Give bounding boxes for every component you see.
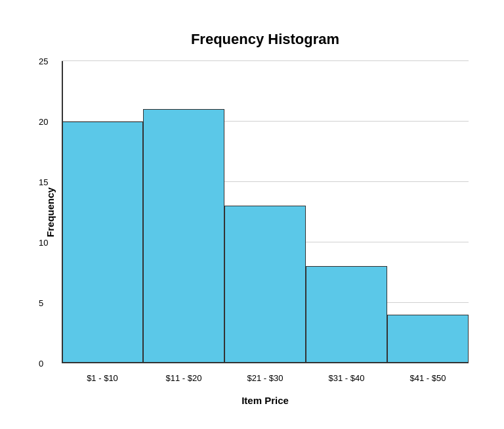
y-tick-label: 20 bbox=[39, 116, 48, 126]
chart-container: Frequency Histogram Frequency 0510152025… bbox=[16, 11, 488, 418]
bar bbox=[62, 122, 143, 363]
chart-area: Frequency 0510152025 $1 - $10$11 - $20$2… bbox=[62, 61, 469, 363]
chart-title: Frequency Histogram bbox=[62, 31, 469, 48]
y-tick-label: 0 bbox=[39, 358, 43, 368]
bar bbox=[143, 109, 224, 363]
bar-group: $31 - $40 bbox=[306, 61, 387, 363]
x-axis-label: Item Price bbox=[62, 395, 469, 406]
bar bbox=[387, 315, 469, 363]
x-tick-label: $11 - $20 bbox=[143, 373, 224, 383]
x-tick-label: $31 - $40 bbox=[306, 373, 387, 383]
x-axis-line bbox=[62, 362, 469, 363]
bar-group: $11 - $20 bbox=[143, 61, 224, 363]
x-tick-label: $41 - $50 bbox=[387, 373, 469, 383]
x-tick-label: $21 - $30 bbox=[224, 373, 306, 383]
y-axis-line bbox=[62, 61, 63, 363]
y-tick-label: 15 bbox=[39, 177, 48, 187]
bar bbox=[306, 266, 387, 363]
bar-group: $21 - $30 bbox=[224, 61, 306, 363]
bar-group: $41 - $50 bbox=[387, 61, 469, 363]
y-tick-label: 5 bbox=[39, 298, 43, 307]
bars-container: $1 - $10$11 - $20$21 - $30$31 - $40$41 -… bbox=[62, 61, 469, 363]
grid-and-bars: 0510152025 $1 - $10$11 - $20$21 - $30$31… bbox=[62, 61, 469, 363]
x-tick-label: $1 - $10 bbox=[62, 373, 143, 383]
y-tick-label: 25 bbox=[39, 56, 48, 66]
y-axis-label: Frequency bbox=[45, 187, 56, 237]
y-tick-label: 10 bbox=[39, 237, 48, 247]
bar-group: $1 - $10 bbox=[62, 61, 143, 363]
bar bbox=[224, 206, 306, 363]
